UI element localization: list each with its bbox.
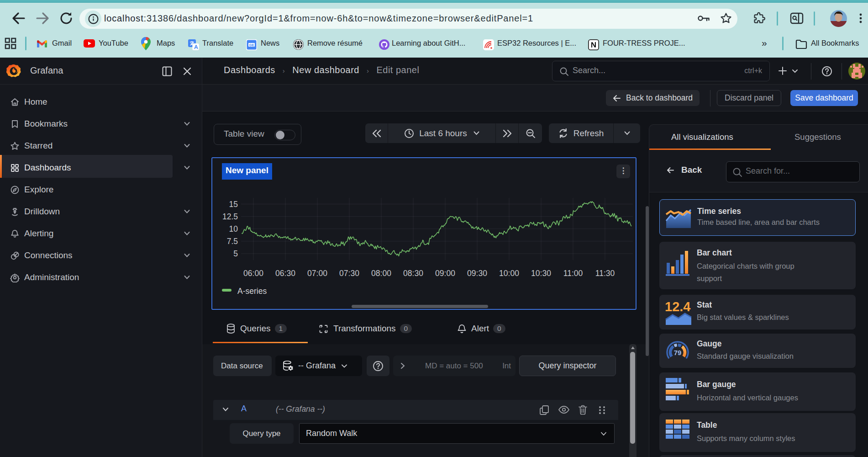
svg-text:15: 15 xyxy=(229,200,238,209)
svg-text:08:30: 08:30 xyxy=(403,269,423,278)
svg-text:10: 10 xyxy=(229,224,238,234)
svg-text:09:00: 09:00 xyxy=(435,269,455,278)
svg-text:07:30: 07:30 xyxy=(339,269,359,278)
svg-text:79: 79 xyxy=(674,349,682,356)
svg-text:06:30: 06:30 xyxy=(275,269,295,278)
svg-text:11:30: 11:30 xyxy=(595,269,615,278)
svg-text:5: 5 xyxy=(233,249,238,258)
svg-text:12.5: 12.5 xyxy=(222,212,238,221)
svg-text:10:30: 10:30 xyxy=(531,269,551,278)
svg-text:09:30: 09:30 xyxy=(467,269,487,278)
svg-text:10:00: 10:00 xyxy=(499,269,519,278)
svg-text:12.4: 12.4 xyxy=(665,299,690,314)
svg-text:GE: GE xyxy=(249,43,254,47)
svg-text:08:00: 08:00 xyxy=(371,269,391,278)
svg-text:A-series: A-series xyxy=(237,287,267,296)
svg-text:07:00: 07:00 xyxy=(307,269,327,278)
svg-text:7.5: 7.5 xyxy=(227,237,238,246)
svg-text:06:00: 06:00 xyxy=(243,269,263,278)
svg-text:11:00: 11:00 xyxy=(563,269,583,278)
